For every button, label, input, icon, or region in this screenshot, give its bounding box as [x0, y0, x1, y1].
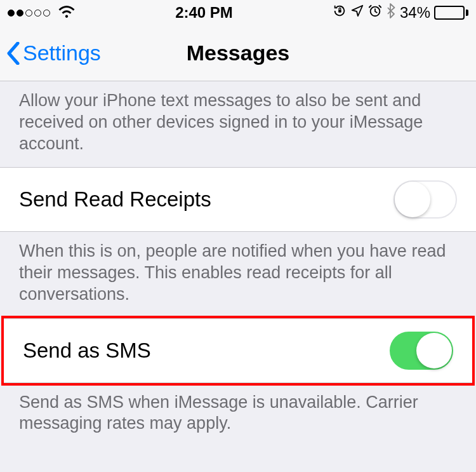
send-as-sms-footer: Send as SMS when iMessage is unavailable…	[0, 383, 476, 448]
status-time: 2:40 PM	[175, 4, 233, 22]
send-read-receipts-row: Send Read Receipts	[0, 167, 476, 232]
nav-bar: Settings Messages	[0, 25, 476, 81]
send-as-sms-label: Send as SMS	[23, 339, 151, 363]
wifi-icon	[58, 4, 76, 22]
battery-percent: 34%	[400, 4, 430, 22]
svg-rect-0	[338, 10, 341, 13]
text-forwarding-footer: Allow your iPhone text messages to also …	[0, 81, 476, 167]
alarm-icon	[368, 4, 382, 22]
page-title: Messages	[187, 41, 290, 65]
location-icon	[350, 4, 364, 22]
read-receipts-footer: When this is on, people are notified whe…	[0, 232, 476, 318]
back-button[interactable]: Settings	[6, 41, 101, 65]
status-left	[8, 4, 76, 22]
battery-icon	[434, 6, 468, 20]
status-right: 34%	[333, 3, 468, 22]
orientation-lock-icon	[333, 4, 347, 22]
send-read-receipts-label: Send Read Receipts	[19, 187, 211, 212]
signal-strength-icon	[8, 10, 50, 17]
status-bar: 2:40 PM 34%	[0, 0, 476, 25]
send-as-sms-toggle[interactable]	[390, 332, 453, 370]
send-read-receipts-toggle[interactable]	[393, 180, 457, 219]
chevron-left-icon	[6, 42, 20, 65]
send-as-sms-row: Send as SMS	[4, 318, 472, 383]
highlight-box: Send as SMS	[1, 316, 475, 386]
bluetooth-icon	[386, 3, 396, 22]
back-label: Settings	[23, 41, 101, 65]
